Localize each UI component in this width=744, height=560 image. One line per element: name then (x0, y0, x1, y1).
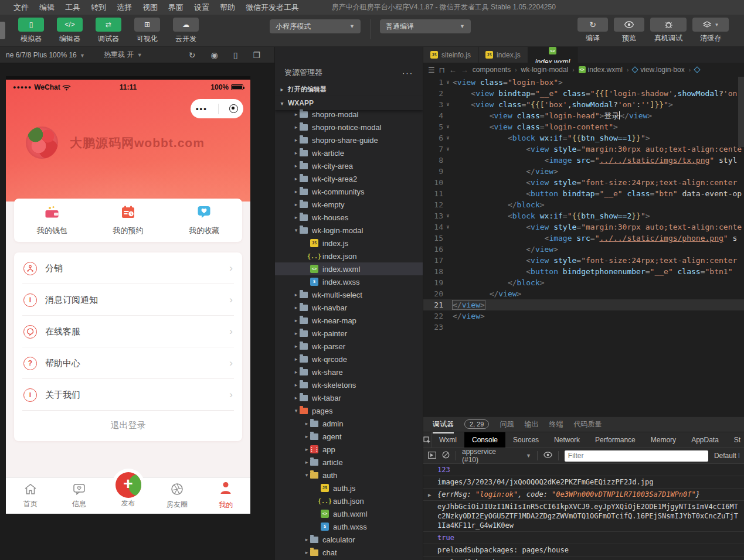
code-line[interactable]: 1∨<view class="login-box"> (423, 77, 744, 88)
devtools-tab-Console[interactable]: Console (464, 432, 505, 448)
eye-icon[interactable] (543, 452, 552, 460)
toggle-inspector[interactable]: ⇄调试器 (93, 18, 124, 44)
fold-icon[interactable] (443, 277, 453, 288)
devtools-tab-AppData[interactable]: AppData (684, 432, 726, 448)
debugger-tab-问题[interactable]: 问题 (500, 419, 514, 429)
fold-icon[interactable] (443, 255, 453, 266)
record-icon[interactable]: ◉ (211, 50, 218, 60)
code-line[interactable]: 4 <view class="login-head">登录</view> (423, 110, 744, 121)
compile-mode-select[interactable]: 普通编译▼ (380, 19, 471, 33)
toggle-editor[interactable]: </>编辑器 (55, 18, 85, 44)
devtools-tab-Wxml[interactable]: Wxml (432, 432, 464, 448)
tree-item[interactable]: {..}index.json (275, 250, 423, 262)
debugger-tab-代码质量[interactable]: 代码质量 (573, 419, 602, 429)
code-line[interactable]: 18 <button bindgetphonenumber="__e" clas… (423, 266, 744, 277)
menu-item[interactable]: 视图 (137, 2, 163, 13)
预览-button[interactable]: 预览 (614, 18, 644, 43)
console-row[interactable]: eyJhbGciOiJIUzI1NiIsInR5cCI6IkpXVCJ9.eyJ… (423, 501, 744, 532)
list-item-online-service[interactable]: 在线客服› (14, 316, 242, 347)
console-filter-input[interactable] (565, 450, 708, 462)
code-line[interactable]: 15 <image src="../../static/imgs/phone.p… (423, 233, 744, 244)
tab-moments[interactable]: 房友圈 (152, 478, 201, 514)
outline-icon[interactable]: ☰ (428, 66, 435, 74)
breadcrumb-item[interactable]: view.login-box (633, 66, 684, 74)
编译-button[interactable]: ↻编译 (577, 18, 608, 43)
close-minimize-icon[interactable] (229, 104, 238, 113)
tree-item[interactable]: ▸wk-navbar (275, 301, 423, 314)
clear-console-icon[interactable] (442, 451, 450, 460)
list-item-subscribe-info[interactable]: i消息订阅通知› (14, 284, 242, 316)
inspect-element-icon[interactable] (423, 432, 432, 448)
tree-item[interactable]: ▸wk-tabar (275, 391, 423, 404)
tree-item[interactable]: ▸wk-empty (275, 198, 423, 211)
publish-icon[interactable] (115, 472, 141, 498)
toggle-simulator[interactable]: ▯模拟器 (16, 18, 46, 44)
list-item-help[interactable]: ?帮助中心› (14, 347, 242, 379)
code-line[interactable]: 16 </view> (423, 244, 744, 255)
tree-item[interactable]: ▸wk-communitys (275, 185, 423, 198)
code-line[interactable]: 3∨ <view class="{{['box',showModal?'on':… (423, 99, 744, 110)
avatar[interactable] (26, 127, 58, 159)
console-row[interactable]: images/3/2023/04/jxQoOQOQ2dKe2PKZFmGeEQi… (423, 476, 744, 489)
tree-item[interactable]: ▸wk-houses (275, 211, 423, 224)
menu-item[interactable]: 界面 (163, 2, 189, 13)
tree-item[interactable]: ▸wk-share (275, 366, 423, 378)
code-line[interactable]: 5∨ <view class="login-content"> (423, 121, 744, 132)
code-line[interactable]: 21</view> (423, 299, 744, 310)
tree-item[interactable]: ▸agent (275, 430, 423, 443)
expand-icon[interactable]: ▶ (428, 490, 431, 500)
code-line[interactable]: 19 </block> (423, 277, 744, 288)
menu-item[interactable]: 转到 (86, 2, 111, 13)
tree-item[interactable]: ▸wk-parser (275, 340, 423, 353)
tree-item[interactable]: <>auth.wxml (275, 507, 423, 520)
menu-item[interactable]: 微信开发者工具 (240, 2, 304, 13)
toggle-visual[interactable]: ⊞可视化 (132, 18, 162, 44)
menu-bar[interactable]: 文件编辑工具转到选择视图界面设置帮助微信开发者工具 (0, 2, 304, 13)
tree-item[interactable]: ▾auth (275, 469, 423, 482)
context-select[interactable]: appservice (#10)▼ (462, 448, 531, 464)
tree-item[interactable]: ▾wk-login-modal (275, 224, 423, 237)
code-line[interactable]: 14∨ <view style="margin:30rpx auto;text-… (423, 221, 744, 233)
tree-item[interactable]: ▸calculator (275, 533, 423, 546)
tree-item[interactable]: {..}auth.json (275, 494, 423, 507)
menu-item[interactable]: 设置 (189, 2, 215, 13)
multi-window-icon[interactable]: ❐ (253, 50, 260, 60)
code-line[interactable]: 13∨ <block wx:if="{{btn_show==2}}"> (423, 210, 744, 221)
toggle-cloud[interactable]: ☁云开发 (171, 18, 201, 44)
breadcrumb-item[interactable]: wk-login-modal (521, 66, 569, 74)
tab-home[interactable]: 首页 (6, 478, 55, 514)
tree-item[interactable]: ▸wk-skeletons (275, 378, 423, 391)
debugger-tab-终端[interactable]: 终端 (549, 419, 563, 429)
debugger-tab-调试器[interactable]: 调试器 (433, 419, 454, 429)
devtools-tab-Sources[interactable]: Sources (505, 432, 546, 448)
project-root-section[interactable]: ▾ WXAPP (275, 96, 423, 110)
devtools-tab-Performance[interactable]: Performance (587, 432, 643, 448)
code-line[interactable]: 7∨ <view style="margin:30rpx auto;text-a… (423, 144, 744, 155)
tab-profile[interactable]: 我的 (202, 478, 250, 514)
logout-button[interactable]: 退出登录 (22, 411, 234, 440)
console-output[interactable]: 123images/3/2023/04/jxQoOQOQ2dKe2PKZFmGe… (423, 464, 744, 560)
rotate-icon[interactable]: ↻ (189, 50, 196, 60)
tree-item[interactable]: ▸admin (275, 417, 423, 430)
fold-icon[interactable] (443, 155, 453, 166)
fold-icon[interactable] (443, 310, 453, 322)
fold-icon[interactable] (443, 88, 453, 99)
fold-icon[interactable] (443, 288, 453, 299)
log-levels-select[interactable]: Default l (714, 452, 739, 460)
tab-message[interactable]: 信息 (55, 478, 103, 514)
tree-item[interactable]: ▸article (275, 456, 423, 469)
tree-item[interactable]: ▾pages (275, 404, 423, 417)
fold-icon[interactable] (443, 322, 453, 333)
tree-item[interactable]: ▸⋮⋮app (275, 443, 423, 456)
tree-item[interactable]: ▸shopro-notice-modal (275, 121, 423, 134)
tree-item[interactable]: JSindex.js (275, 237, 423, 250)
fold-icon[interactable] (443, 177, 453, 188)
menu-item[interactable]: 文件 (8, 2, 34, 13)
hot-reload-toggle[interactable]: 热重载 开 ▼ (104, 50, 142, 60)
fold-icon[interactable] (443, 110, 453, 121)
fold-icon[interactable]: ∨ (443, 121, 453, 132)
code-line[interactable]: 11 <button bindtap="__e" class="btn" dat… (423, 188, 744, 199)
devtools-tab-Memory[interactable]: Memory (643, 432, 684, 448)
debugger-tab-输出[interactable]: 输出 (524, 419, 538, 429)
play-pause-icon[interactable] (428, 452, 436, 460)
